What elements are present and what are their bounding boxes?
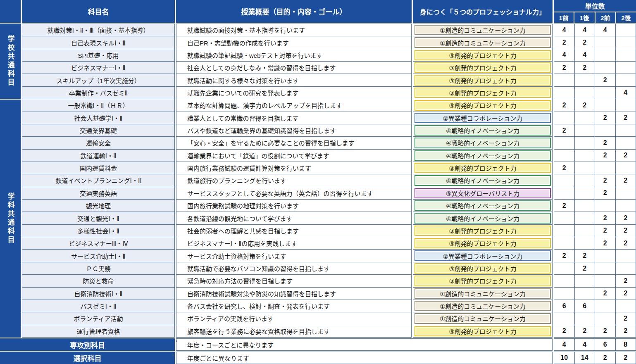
skill-badge: ③創発的プロジェクト力 xyxy=(414,88,551,98)
credit-cell xyxy=(616,300,636,312)
subject-cell: ビジネスマナーⅢ・Ⅳ xyxy=(22,237,175,250)
credit-cell: 2 xyxy=(616,112,636,124)
overview-cell: 就職活動で必要なパソコン知識の習得を目指します xyxy=(176,262,412,275)
skill-badge: ①創造的コミュニケーション力 xyxy=(414,288,551,299)
overview-cell: 就職試験の面接対策・基本指導を行います xyxy=(176,24,412,36)
credit-cell xyxy=(575,150,596,162)
skill-cell: ③創発的プロジェクト力 xyxy=(413,49,553,62)
header-term-3: 2前 xyxy=(596,12,615,23)
overview-cell: 各バス会社を研究し、検討・調査・発表を行います xyxy=(176,300,412,312)
subject-cell: 交通実務英語 xyxy=(22,187,175,200)
summary-row-specialized: 専攻別科目 年度・コースごとに異なります 4 4 6 8 xyxy=(0,338,636,351)
credit-cell: 2 xyxy=(575,250,596,262)
table-body: 学校共通科目 学科共通科目 就職対策Ⅰ・Ⅱ・Ⅲ（面接・基本指導）自己表現スキルⅠ… xyxy=(0,24,636,338)
subject-cell: 運輸安全 xyxy=(22,137,175,149)
summary-credits: 4 4 6 8 xyxy=(554,338,636,351)
credit-cell xyxy=(595,36,616,49)
overview-cell: 職業人としての常識の習得を目指します xyxy=(176,112,412,124)
skill-badge: ④戦略的イノベーション力 xyxy=(414,175,551,186)
credit-cell: 4 xyxy=(595,24,616,36)
overview-cell: ビジネスマナーⅠ・Ⅱの応用を実践します xyxy=(176,237,412,250)
credit-cell: 2 xyxy=(554,325,575,338)
skill-cell: ①創造的コミュニケーション力 xyxy=(413,36,553,49)
subject-cell: 鉄道イベントプランニングⅠ・Ⅱ xyxy=(22,174,175,187)
subject-cell: ビジネスマナーⅠ・Ⅱ xyxy=(22,62,175,74)
group-label-dept-common: 学科共通科目 xyxy=(0,100,21,338)
credit-cell: 2 xyxy=(595,212,616,224)
credit-cell xyxy=(616,262,636,275)
overview-cell: ボランティアの実践を行います xyxy=(176,312,412,325)
skill-cell: ②異業種コラボレーション力 xyxy=(413,250,553,262)
header-credits-title: 単位数 xyxy=(554,0,636,12)
credit-cell xyxy=(554,262,575,275)
credit-cell xyxy=(554,312,575,325)
skill-badge: ④戦略的イノベーション力 xyxy=(414,150,551,161)
overview-cell: 基本的な計算問題、漢字力のレベルアップを目指します xyxy=(176,99,412,112)
credit-cell xyxy=(616,62,636,74)
credit-cell: 2 xyxy=(616,288,636,300)
subject-cell: 防災と救命 xyxy=(22,275,175,287)
subject-cell: 観光地理 xyxy=(22,200,175,212)
credit-cell xyxy=(616,36,636,49)
skill-badge: ③創発的プロジェクト力 xyxy=(414,238,551,248)
credit-cell xyxy=(595,62,616,74)
skill-badge: ④戦略的イノベーション力 xyxy=(414,200,551,211)
credit-cell xyxy=(575,225,596,237)
credit-cell: 2 xyxy=(575,62,596,74)
overview-cell: 鉄道旅行のプランニングを行います xyxy=(176,174,412,187)
credit-cell: 2 xyxy=(554,62,575,74)
credit-cell: 2 xyxy=(595,137,616,149)
credit-cell xyxy=(575,87,596,99)
skill-cell: ①創造的コミュニケーション力 xyxy=(413,312,553,325)
credit-cell xyxy=(616,74,636,86)
skill-cell: ①創造的コミュニケーション力 xyxy=(413,300,553,312)
skill-cell: ①創造的コミュニケーション力 xyxy=(413,24,553,36)
credit-cell xyxy=(595,99,616,112)
subject-cell: 運行管理者資格 xyxy=(22,325,175,338)
credit-cell xyxy=(554,288,575,300)
credit-cell: 2 xyxy=(616,312,636,325)
credit-cell: 2 xyxy=(595,174,616,187)
skill-badge: ③創発的プロジェクト力 xyxy=(414,163,551,173)
subject-cell: 国内運賃料金 xyxy=(22,162,175,174)
credit-cell xyxy=(554,237,575,250)
credit-cell xyxy=(595,87,616,99)
credit-cell: 2 xyxy=(595,74,616,86)
subject-cell: 一般常識Ⅰ・Ⅱ（ＨＲ） xyxy=(22,99,175,112)
skill-badge: ③創発的プロジェクト力 xyxy=(414,276,551,286)
credit-cell xyxy=(554,137,575,149)
overview-cell: 緊急時の対応方法の習得を目指します xyxy=(176,275,412,287)
credit-cell xyxy=(554,150,575,162)
skill-cell: ③創発的プロジェクト力 xyxy=(413,162,553,174)
credit-cell: 4 xyxy=(575,49,596,62)
skill-cell: ③創発的プロジェクト力 xyxy=(413,275,553,287)
skill-badge: ④戦略的イノベーション力 xyxy=(414,138,551,148)
skill-column: ①創造的コミュニケーション力①創造的コミュニケーション力③創発的プロジェクト力③… xyxy=(413,24,553,338)
credit-cell: 14 xyxy=(575,352,596,364)
credit-cell xyxy=(554,174,575,187)
skill-badge: ④戦略的イノベーション力 xyxy=(414,125,551,136)
credit-cell: 2 xyxy=(616,237,636,250)
credit-cell xyxy=(575,137,596,149)
subject-cell: 多様性社会Ⅰ・Ⅱ xyxy=(22,225,175,237)
header-credit-terms: 1前 1後 2前 2後 xyxy=(554,12,636,23)
header-credits-group: 単位数 1前 1後 2前 2後 xyxy=(554,0,636,23)
subject-cell: 交通業界基礎 xyxy=(22,124,175,137)
subject-cell: 就職対策Ⅰ・Ⅱ・Ⅲ（面接・基本指導） xyxy=(22,24,175,36)
credit-cell xyxy=(575,112,596,124)
credit-cell: 2 xyxy=(575,325,596,338)
credit-cell: 2 xyxy=(616,352,636,364)
credit-cell: 2 xyxy=(595,187,616,200)
credit-cell: 6 xyxy=(554,300,575,312)
credit-cell: 2 xyxy=(595,112,616,124)
skill-cell: ④戦略的イノベーション力 xyxy=(413,150,553,162)
skill-cell: ③創発的プロジェクト力 xyxy=(413,325,553,338)
credit-cell: 2 xyxy=(554,36,575,49)
subject-cell: 自衛消防技術Ⅰ・Ⅱ xyxy=(22,288,175,300)
skill-badge: ③創発的プロジェクト力 xyxy=(414,62,551,73)
credit-cell: 4 xyxy=(554,49,575,62)
overview-cell: 社会人としての身だしなみ・常識の習得を目指します xyxy=(176,62,412,74)
credit-cell xyxy=(595,250,616,262)
credit-cell: 2 xyxy=(595,237,616,250)
skill-cell: ③創発的プロジェクト力 xyxy=(413,99,553,112)
